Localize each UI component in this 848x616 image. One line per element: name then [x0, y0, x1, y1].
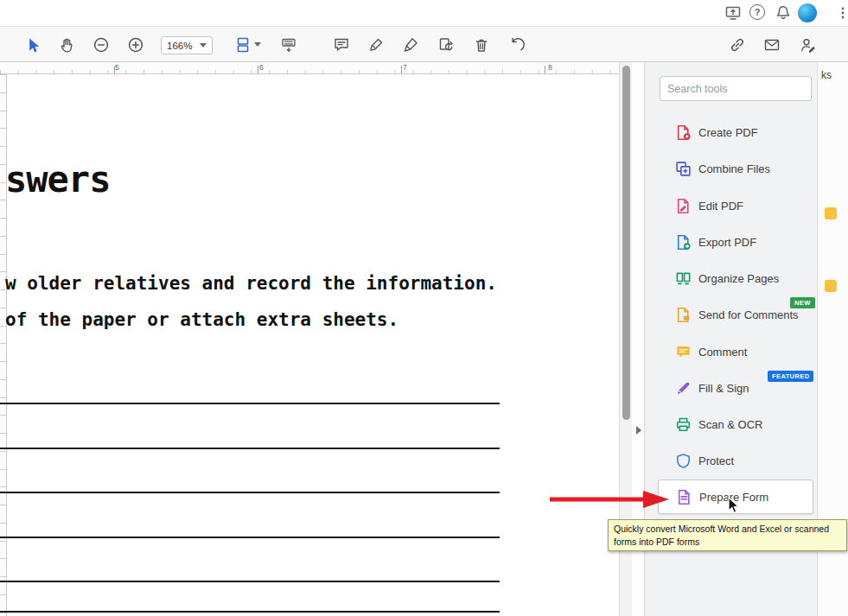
vertical-ruler — [0, 74, 7, 616]
send-for-comments-icon — [675, 307, 692, 323]
tool-item-label: Scan & OCR — [698, 418, 762, 431]
cutoff-yellow-icon — [825, 280, 837, 292]
document-heading-fragment: swers — [5, 158, 110, 200]
page-scroll-icon[interactable] — [234, 36, 252, 54]
comment-bubble-icon[interactable] — [333, 36, 350, 54]
document-canvas[interactable]: 5 6 7 8 swers w older relatives and reco… — [0, 62, 619, 616]
scrollbar-thumb[interactable] — [622, 66, 630, 420]
chevron-down-icon — [200, 43, 207, 48]
tool-item-combine-files[interactable]: Combine Files — [658, 150, 813, 187]
organize-pages-icon — [675, 270, 692, 287]
tool-item-label: Prepare Form — [699, 491, 768, 504]
scan-ocr-icon — [675, 416, 692, 433]
tool-item-edit-pdf[interactable]: Edit PDF — [658, 187, 813, 224]
tool-item-label: Fill & Sign — [698, 382, 749, 395]
fill-sign-icon — [675, 380, 692, 397]
bell-icon[interactable] — [775, 4, 792, 22]
document-body-line: w older relatives and record the informa… — [5, 273, 497, 294]
tool-item-comment[interactable]: Comment — [658, 333, 813, 370]
zoom-out-icon[interactable] — [92, 36, 110, 54]
stamp-icon[interactable] — [437, 36, 455, 54]
quick-toolbar: 166% — [0, 26, 848, 62]
horizontal-ruler: 5 6 7 8 — [0, 62, 619, 74]
zoom-in-icon[interactable] — [127, 36, 144, 54]
cutoff-yellow-icon — [825, 207, 837, 219]
comment-icon — [675, 344, 692, 360]
undo-icon[interactable] — [508, 36, 526, 54]
tool-item-label: Protect — [698, 454, 734, 467]
edit-pdf-icon — [675, 198, 692, 214]
tool-item-organize-pages[interactable]: Organize Pages — [658, 260, 813, 296]
sign-pen-icon[interactable] — [402, 36, 419, 54]
tool-item-label: Organize Pages — [698, 272, 779, 285]
top-bar: ? — [0, 0, 848, 26]
tool-item-label: Comment — [698, 346, 747, 359]
avatar[interactable] — [798, 3, 817, 22]
form-line — [0, 581, 500, 582]
tool-item-prepare-form[interactable]: Prepare Form — [658, 479, 813, 514]
chevron-right-icon — [636, 426, 641, 435]
form-line — [0, 611, 500, 613]
hand-tool-icon[interactable] — [58, 36, 75, 54]
prepare-form-icon — [676, 489, 692, 505]
acrobat-window: ? — [0, 0, 848, 616]
ruler-tick-label: 7 — [403, 63, 407, 72]
form-line — [0, 492, 500, 493]
ruler-tick-label: 5 — [115, 63, 119, 72]
tool-item-protect[interactable]: Protect — [658, 442, 813, 479]
screen-share-icon[interactable] — [724, 4, 742, 22]
mail-icon[interactable] — [763, 36, 781, 54]
protect-shield-icon — [675, 453, 692, 469]
create-pdf-icon — [675, 124, 692, 141]
panel-collapse-handle[interactable] — [633, 420, 644, 441]
highlighter-icon[interactable] — [367, 36, 385, 54]
tool-item-label: Create PDF — [698, 126, 758, 139]
tool-item-label: Export PDF — [698, 236, 756, 249]
tool-item-export-pdf[interactable]: Export PDF — [658, 224, 813, 260]
cutoff-text-fragment: ks — [821, 69, 832, 81]
form-line — [0, 537, 500, 538]
combine-files-icon — [675, 161, 692, 177]
help-icon[interactable]: ? — [749, 4, 767, 22]
form-line — [0, 448, 500, 449]
menu-icon[interactable] — [839, 7, 848, 19]
ruler-tick-label: 6 — [259, 63, 264, 72]
ruler-tick-label: 8 — [548, 63, 552, 72]
tool-item-label: Edit PDF — [698, 200, 743, 213]
zoom-level-dropdown[interactable]: 166% — [161, 36, 213, 54]
person-sign-icon[interactable] — [799, 36, 816, 54]
search-input[interactable] — [660, 76, 812, 101]
chevron-down-icon[interactable] — [254, 42, 261, 47]
help-glyph: ? — [749, 4, 765, 20]
featured-badge: FEATURED — [768, 371, 813, 382]
tool-item-label: Send for Comments — [698, 308, 799, 321]
zoom-level-value: 166% — [167, 41, 192, 51]
document-body-line: of the paper or attach extra sheets. — [5, 309, 398, 330]
trash-icon[interactable] — [473, 36, 490, 54]
select-tool-icon[interactable] — [24, 36, 41, 54]
form-line — [0, 403, 500, 404]
tool-item-create-pdf[interactable]: Create PDF — [658, 114, 813, 150]
export-pdf-icon — [675, 234, 692, 251]
new-badge: NEW — [790, 297, 815, 308]
tool-item-label: Combine Files — [698, 162, 770, 175]
tool-item-scan-ocr[interactable]: Scan & OCR — [658, 406, 813, 442]
tooltip: Quickly convert Microsoft Word and Excel… — [608, 519, 847, 551]
link-icon[interactable] — [729, 36, 746, 54]
keyboard-icon[interactable] — [280, 36, 297, 54]
